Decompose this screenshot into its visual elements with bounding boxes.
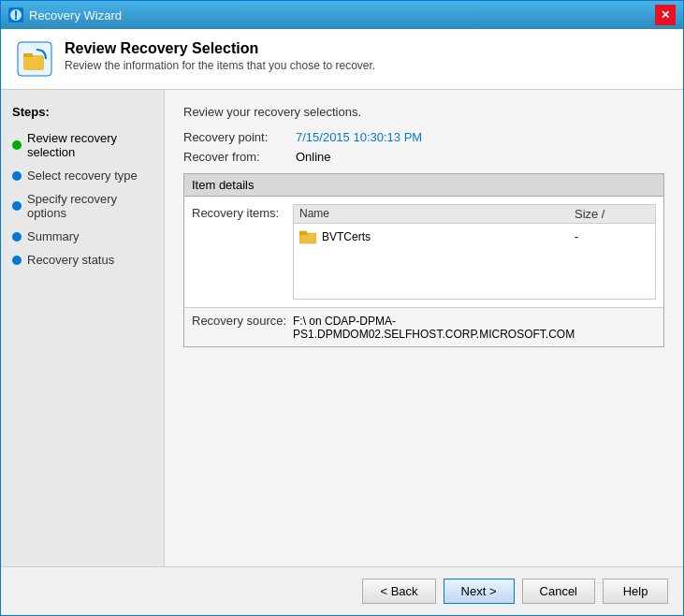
sidebar-steps-label: Steps: — [1, 101, 164, 126]
title-bar: Recovery Wizard ✕ — [1, 1, 683, 29]
header-text: Review Recovery Selection Review the inf… — [65, 40, 375, 72]
recover-from-row: Recover from: Online — [183, 150, 664, 164]
table-row-size: - — [575, 230, 649, 243]
sidebar-item-label-2: Select recovery type — [27, 169, 138, 183]
header-icon — [16, 40, 53, 78]
sidebar-item-review-recovery-selection[interactable]: Review recovery selection — [1, 126, 164, 164]
sidebar: Steps: Review recovery selection Select … — [1, 90, 165, 566]
step-dot-5 — [12, 256, 22, 265]
svg-rect-3 — [23, 53, 33, 57]
cancel-button[interactable]: Cancel — [522, 579, 595, 604]
header-section: Review Recovery Selection Review the inf… — [1, 29, 683, 90]
items-table: Name Size / BVTCerts — [293, 204, 656, 300]
header-title: Review Recovery Selection — [65, 40, 375, 57]
col-header-size: Size / — [575, 207, 649, 221]
recovery-items-label: Recovery items: — [192, 204, 285, 220]
step-dot-3 — [12, 201, 22, 211]
recovery-point-value: 7/15/2015 10:30:13 PM — [296, 130, 422, 144]
main-content: Steps: Review recovery selection Select … — [1, 90, 683, 566]
items-table-body: BVTCerts - — [294, 224, 655, 299]
content-area: Review your recovery selections. Recover… — [165, 90, 683, 566]
recover-from-value: Online — [296, 150, 331, 164]
title-bar-left: Recovery Wizard — [8, 7, 122, 22]
svg-rect-5 — [299, 231, 307, 235]
recovery-source-value: F:\ on CDAP-DPMA-PS1.DPMDOM02.SELFHOST.C… — [293, 315, 656, 341]
table-row: BVTCerts - — [299, 227, 649, 246]
sidebar-item-label-1: Review recovery selection — [27, 131, 153, 159]
recovery-point-row: Recovery point: 7/15/2015 10:30:13 PM — [183, 130, 664, 144]
content-intro: Review your recovery selections. — [183, 105, 664, 119]
app-icon — [8, 7, 23, 22]
step-dot-1 — [12, 140, 22, 150]
col-header-name: Name — [299, 207, 575, 221]
recovery-point-label: Recovery point: — [183, 130, 296, 144]
back-button[interactable]: < Back — [362, 579, 435, 604]
next-button[interactable]: Next > — [444, 579, 515, 604]
svg-rect-2 — [23, 55, 44, 70]
folder-icon — [299, 229, 316, 244]
sidebar-item-summary[interactable]: Summary — [1, 225, 164, 248]
recovery-wizard-window: Recovery Wizard ✕ Review Recovery Select… — [0, 0, 684, 616]
recover-from-label: Recover from: — [183, 150, 296, 164]
sidebar-item-select-recovery-type[interactable]: Select recovery type — [1, 164, 164, 187]
window-title: Recovery Wizard — [29, 8, 122, 22]
sidebar-item-label-4: Summary — [27, 229, 80, 243]
header-subtitle: Review the information for the items tha… — [65, 59, 375, 72]
item-details-header: Item details — [184, 174, 663, 197]
items-table-header: Name Size / — [294, 205, 655, 224]
sidebar-item-label-3: Specify recovery options — [27, 192, 153, 220]
recovery-source-label: Recovery source: — [192, 314, 293, 328]
item-details-section: Item details Recovery items: Name Size / — [183, 173, 664, 347]
sidebar-item-specify-recovery-options[interactable]: Specify recovery options — [1, 187, 164, 225]
sidebar-item-recovery-status[interactable]: Recovery status — [1, 248, 164, 271]
close-button[interactable]: ✕ — [655, 5, 676, 25]
recovery-source-row: Recovery source: F:\ on CDAP-DPMA-PS1.DP… — [184, 307, 663, 346]
table-row-name: BVTCerts — [322, 230, 569, 243]
sidebar-item-label-5: Recovery status — [27, 253, 114, 267]
step-dot-2 — [12, 171, 22, 181]
step-dot-4 — [12, 232, 22, 242]
recovery-items-row: Recovery items: Name Size / — [184, 197, 663, 307]
footer: < Back Next > Cancel Help — [1, 566, 683, 615]
help-button[interactable]: Help — [603, 579, 668, 604]
